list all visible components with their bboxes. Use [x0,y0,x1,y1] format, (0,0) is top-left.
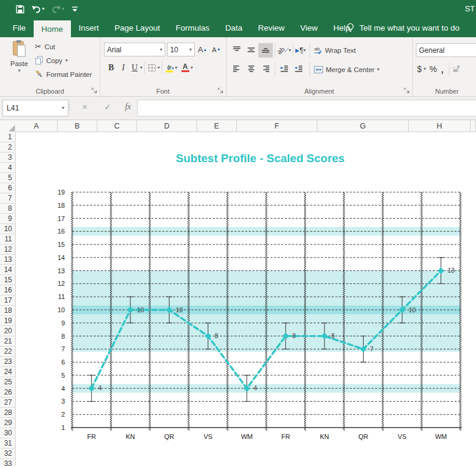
align-right-button[interactable] [258,62,273,77]
row-header-25[interactable]: 25 [0,377,16,387]
row-header-2[interactable]: 2 [0,142,16,153]
row-header-16[interactable]: 16 [0,285,16,295]
save-button[interactable] [13,4,27,15]
merge-center-button[interactable]: Merge & Center ▾ [314,65,379,74]
tab-data[interactable]: Data [218,18,251,37]
row-header-1[interactable]: 1 [0,132,16,142]
fill-color-caret[interactable]: ▾ [175,65,177,70]
row-header-11[interactable]: 11 [0,234,16,244]
italic-button[interactable]: I [117,63,129,73]
row-header-27[interactable]: 27 [0,398,16,408]
row-header-3[interactable]: 3 [0,153,16,163]
tab-page-layout[interactable]: Page Layout [107,18,168,37]
undo-button[interactable]: ▾ [29,4,47,14]
increase-decimal-button[interactable]: ←.0.00 [453,65,460,73]
row-header-22[interactable]: 22 [0,346,16,357]
row-header-7[interactable]: 7 [0,193,16,204]
font-color-button[interactable]: A [180,64,191,73]
column-header-B[interactable]: B [58,120,97,132]
row-header-18[interactable]: 18 [0,306,16,316]
top-align-button[interactable] [230,43,244,58]
row-header-14[interactable]: 14 [0,265,16,275]
row-header-12[interactable]: 12 [0,244,16,255]
accounting-format-button[interactable]: $ [417,64,422,74]
underline-caret[interactable]: ▾ [140,65,142,70]
accounting-format-caret[interactable]: ▾ [424,67,426,71]
column-header-H[interactable]: H [409,120,471,132]
column-header-A[interactable]: A [16,120,58,132]
clipboard-dialog-launcher[interactable] [91,87,98,94]
formula-input[interactable] [137,100,476,116]
format-painter-button[interactable]: Format Painter [35,70,92,79]
row-header-33[interactable]: 33 [0,459,16,466]
middle-align-button[interactable] [244,43,258,58]
column-header-F[interactable]: F [237,120,317,132]
name-box[interactable]: L41 ▾ [2,100,69,116]
tab-view[interactable]: View [292,18,325,37]
select-all-corner[interactable] [0,120,16,133]
row-header-23[interactable]: 23 [0,357,16,367]
tab-home[interactable]: Home [34,20,71,37]
name-box-caret[interactable]: ▾ [62,106,64,110]
comma-style-button[interactable]: , [439,64,446,74]
font-size-combobox[interactable]: 10▾ [167,43,195,56]
row-header-9[interactable]: 9 [0,214,16,224]
tab-review[interactable]: Review [250,18,292,37]
percent-style-button[interactable]: % [428,64,439,74]
tell-me-box[interactable]: Tell me what you want to do [346,18,460,37]
shrink-font-button[interactable]: A▼ [210,46,222,53]
decrease-indent-button[interactable] [277,62,291,77]
enter-button[interactable]: ✓ [101,102,114,112]
row-header-29[interactable]: 29 [0,418,16,428]
row-header-5[interactable]: 5 [0,173,16,183]
insert-function-button[interactable]: fx [121,102,135,112]
increase-indent-button[interactable] [291,62,306,77]
undo-dropdown-caret[interactable]: ▾ [42,7,44,11]
row-header-32[interactable]: 32 [0,449,16,459]
customize-qat-button[interactable] [69,5,81,14]
bottom-align-button[interactable] [258,43,273,58]
row-header-8[interactable]: 8 [0,204,16,214]
redo-button[interactable]: ▾ [49,4,67,14]
fill-color-button[interactable] [164,64,175,73]
align-center-button[interactable] [244,62,258,77]
paste-button[interactable]: Paste ▾ [6,40,32,73]
borders-button[interactable] [147,64,157,72]
column-header-partial[interactable] [471,120,476,132]
orientation-caret[interactable]: ▾ [288,48,291,53]
row-header-28[interactable]: 28 [0,408,16,418]
wrap-text-button[interactable]: ab Wrap Text [314,46,356,55]
grow-font-button[interactable]: A▲ [197,45,209,54]
column-header-G[interactable]: G [317,120,409,132]
tab-file[interactable]: File [5,18,34,37]
underline-button[interactable]: U [129,63,140,73]
sheet-canvas[interactable] [16,132,476,466]
row-header-19[interactable]: 19 [0,316,16,326]
row-header-6[interactable]: 6 [0,183,16,193]
row-header-15[interactable]: 15 [0,275,16,285]
row-header-10[interactable]: 10 [0,224,16,234]
copy-button[interactable]: Copy ▾ [35,56,68,65]
align-left-button[interactable] [230,62,244,77]
text-direction-button[interactable]: ▶¶ [295,46,303,55]
number-format-combobox[interactable]: General [416,43,476,57]
column-header-C[interactable]: C [97,120,137,132]
font-family-combobox[interactable]: Arial▾ [104,43,165,56]
copy-dropdown-caret[interactable]: ▾ [66,58,68,63]
row-header-13[interactable]: 13 [0,255,16,265]
font-color-caret[interactable]: ▾ [191,65,193,70]
cut-button[interactable]: ✂ Cut [35,42,55,51]
merge-center-caret[interactable]: ▾ [377,67,379,72]
borders-caret[interactable]: ▾ [157,65,160,70]
tab-formulas[interactable]: Formulas [168,18,217,37]
paste-dropdown-caret[interactable]: ▾ [6,68,32,73]
row-header-31[interactable]: 31 [0,438,16,449]
font-dialog-launcher[interactable] [217,87,224,94]
tab-insert[interactable]: Insert [71,18,107,37]
row-header-20[interactable]: 20 [0,326,16,336]
row-header-26[interactable]: 26 [0,387,16,398]
text-direction-caret[interactable]: ▾ [304,48,306,53]
row-header-4[interactable]: 4 [0,163,16,173]
row-header-30[interactable]: 30 [0,428,16,438]
column-header-E[interactable]: E [197,120,237,132]
